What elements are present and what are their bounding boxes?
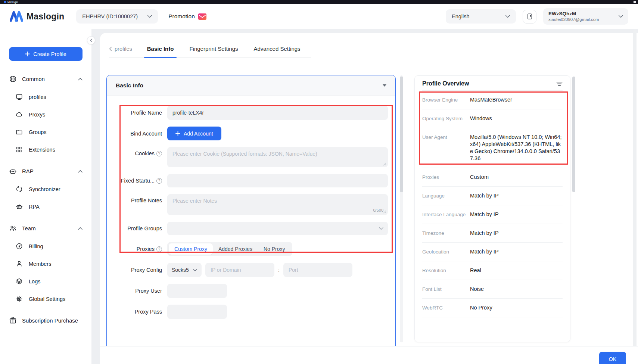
language-selector-dropdown[interactable]: English: [446, 9, 516, 24]
sidebar-item-profiles[interactable]: profiles: [0, 88, 91, 106]
proxy-option-custom[interactable]: Custom Proxy: [169, 243, 213, 255]
plus-icon: [25, 52, 30, 56]
cookies-textarea[interactable]: [167, 147, 388, 167]
profile-notes-label: Profile Notes: [113, 197, 162, 203]
form-scrollbar-thumb[interactable]: [400, 77, 403, 192]
basic-info-card-title: Basic Info: [116, 82, 143, 89]
monitor-icon: [16, 93, 23, 100]
tab-fingerprint-settings[interactable]: Fingerprint Settings: [189, 46, 239, 52]
sidebar-item-billing[interactable]: Billing: [0, 237, 91, 255]
ip-port-separator: :: [278, 267, 280, 273]
app-header: Maslogin EHPHRV (ID:1000027) Promotion: [0, 4, 638, 29]
folder-icon: [16, 128, 23, 136]
proxy-user-input[interactable]: [167, 284, 227, 298]
sidebar-item-label: Proxys: [29, 112, 45, 118]
sidebar-item-label: Billing: [29, 243, 43, 249]
chevron-down-icon: [379, 227, 383, 230]
back-to-profiles-link[interactable]: profiles: [109, 46, 132, 52]
proxy-pass-input[interactable]: [167, 305, 227, 319]
overview-value: Match by IP: [470, 230, 563, 237]
overview-value: Real: [470, 267, 563, 274]
section-label: RAP: [22, 168, 34, 174]
sidebar-item-proxys[interactable]: Proxys: [0, 106, 91, 123]
sidebar-item-rpa[interactable]: RPA: [0, 198, 91, 215]
help-icon[interactable]: ?: [156, 246, 162, 252]
cookies-label: Cookies: [135, 150, 155, 156]
filter-settings-icon[interactable]: [556, 81, 563, 87]
overview-label: Language: [422, 192, 470, 199]
help-icon[interactable]: ?: [156, 178, 162, 184]
overview-value: Windows: [470, 115, 563, 122]
maslogin-logo-icon: [10, 11, 23, 22]
window-scrollbar[interactable]: [633, 29, 637, 364]
proxy-protocol-select[interactable]: Socks5: [167, 263, 202, 277]
add-account-button[interactable]: Add Account: [167, 127, 221, 140]
profile-name-label: Profile Name: [113, 110, 162, 116]
ok-button[interactable]: OK: [599, 352, 626, 364]
os-titlebar: Maslogin: [0, 0, 638, 4]
proxy-option-none[interactable]: No Proxy: [258, 243, 291, 255]
sidebar-item-groups[interactable]: Groups: [0, 123, 91, 141]
help-icon[interactable]: ?: [156, 151, 162, 156]
panel-scrollbar-thumb[interactable]: [572, 77, 575, 192]
section-label: Team: [22, 225, 36, 231]
proxies-row: Proxies ? Custom Proxy Added Proxies No …: [113, 242, 388, 256]
plus-icon: [175, 131, 180, 136]
basic-info-card-header[interactable]: Basic Info: [107, 75, 395, 96]
proxy-option-added[interactable]: Added Proxies: [213, 243, 258, 255]
sidebar-section-common[interactable]: Common: [0, 70, 91, 88]
profile-groups-select[interactable]: [167, 222, 388, 235]
document-button[interactable]: [523, 10, 536, 24]
gift-icon: [9, 317, 17, 324]
resize-handle-icon[interactable]: [383, 210, 386, 214]
account-dropdown[interactable]: EWzSQhzM xiaofei020907@gmail.com: [543, 8, 628, 25]
create-profile-button[interactable]: Create Profile: [9, 47, 83, 61]
app-logo: Maslogin: [10, 11, 64, 22]
chevron-up-icon: [78, 227, 83, 230]
sidebar-item-label: Logs: [29, 279, 40, 284]
promotion-link[interactable]: Promotion: [168, 13, 206, 20]
tab-advanced-settings[interactable]: Advanced Settings: [253, 46, 301, 52]
proxy-ip-input[interactable]: [205, 263, 274, 277]
profile-name-input[interactable]: [167, 106, 388, 120]
overview-label: Browser Engine: [422, 96, 470, 103]
proxy-pass-row: Proxy Pass: [113, 305, 388, 319]
back-link-label: profiles: [115, 46, 132, 52]
resize-handle-icon[interactable]: [383, 162, 386, 166]
sidebar-item-global-settings[interactable]: Global Settings: [0, 290, 91, 308]
chevron-left-icon: [109, 47, 112, 51]
sidebar-item-logs[interactable]: Logs: [0, 273, 91, 290]
sidebar-collapse-button[interactable]: [87, 36, 95, 44]
sidebar-section-team[interactable]: Team: [0, 219, 91, 237]
overview-label: Timezone: [422, 230, 470, 237]
profile-notes-textarea[interactable]: [167, 194, 388, 215]
chevron-up-icon: [78, 170, 83, 173]
sidebar-item-extensions[interactable]: Extensions: [0, 141, 91, 158]
sidebar-item-subscription-purchase[interactable]: Subscription Purchase: [0, 311, 91, 330]
overview-row-interface-language: Interface Language Match by IP: [422, 205, 563, 224]
window-control-icon[interactable]: [634, 1, 636, 3]
profile-notes-row: Profile Notes 0/500: [113, 194, 388, 215]
robot-icon: [9, 167, 17, 175]
profile-groups-row: Profile Groups: [113, 222, 388, 235]
robot-icon: [16, 203, 23, 210]
fixed-startup-input[interactable]: [167, 174, 388, 187]
overview-label: Operating System: [422, 115, 470, 122]
team-selector-label: EHPHRV (ID:1000027): [82, 13, 138, 19]
promotion-envelope-icon: [198, 13, 206, 20]
sidebar-section-rap[interactable]: RAP: [0, 162, 91, 180]
proxy-port-input[interactable]: [283, 263, 352, 277]
profile-overview-panel: Profile Overview Browser Engine MasMateB…: [414, 75, 570, 342]
overview-row-font-list: Font List Noise: [422, 280, 563, 298]
collapse-caret-icon[interactable]: [383, 84, 386, 87]
proxy-config-label: Proxy Config: [113, 267, 162, 273]
sidebar-item-label: Groups: [29, 129, 47, 135]
layers-icon: [16, 278, 23, 285]
team-selector-dropdown[interactable]: EHPHRV (ID:1000027): [76, 9, 158, 24]
sidebar-item-synchronizer[interactable]: Synchronizer: [0, 180, 91, 198]
proxy-pass-label: Proxy Pass: [113, 309, 162, 315]
sidebar: Create Profile Common: [0, 29, 91, 364]
sidebar-item-members[interactable]: Members: [0, 255, 91, 273]
chevron-up-icon: [78, 78, 83, 81]
tab-basic-info[interactable]: Basic Info: [146, 46, 175, 52]
